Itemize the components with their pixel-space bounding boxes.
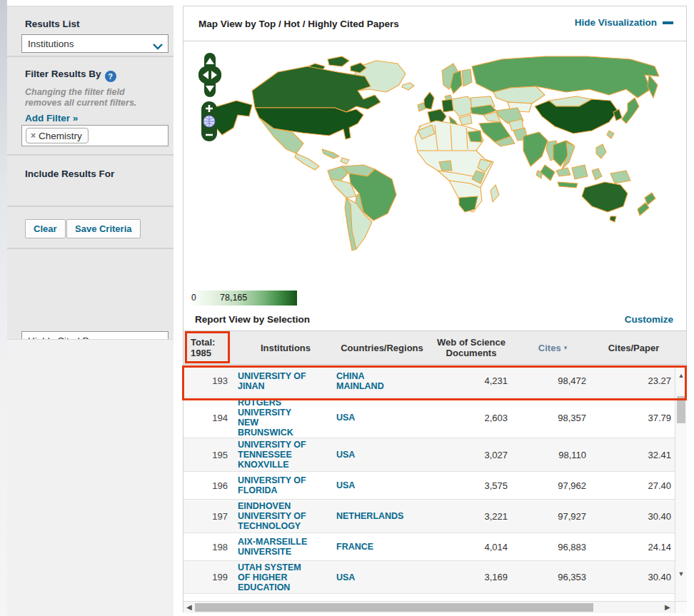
- cites-per-paper-cell: 23.27: [592, 365, 675, 397]
- scrollbar-corner: [675, 601, 687, 613]
- rank-cell: 197: [183, 500, 236, 532]
- country-link[interactable]: USA: [336, 450, 409, 460]
- country-link[interactable]: FRANCE: [336, 542, 409, 552]
- institution-link[interactable]: AIX-MARSEILLE UNIVERSITE: [238, 537, 313, 557]
- table-body: 193 UNIVERSITY OF JINAN CHINA MAINLAND 4…: [183, 365, 675, 601]
- scroll-left-icon[interactable]: ◀: [186, 603, 192, 611]
- cites-cell: 95,578: [513, 594, 592, 601]
- column-countries: Countries/Regions: [335, 331, 429, 364]
- filter-tag-chemistry[interactable]: × Chemistry: [26, 128, 89, 143]
- table-row[interactable]: 196 UNIVERSITY OF FLORIDA USA 3,575 97,9…: [183, 472, 675, 500]
- cites-cell: 97,962: [513, 472, 592, 499]
- table-row[interactable]: 199 UTAH SYSTEM OF HIGHER EDUCATION USA …: [183, 561, 675, 594]
- table-header: Total: 1985 Institutions Countries/Regio…: [183, 331, 686, 365]
- filter-section: Filter Results By? Changing the filter f…: [7, 59, 174, 156]
- rank-cell: 199: [183, 561, 236, 593]
- results-list-value: Institutions: [28, 39, 74, 49]
- rank-cell: 200: [183, 594, 236, 601]
- documents-cell: 4,014: [429, 533, 513, 560]
- cites-cell: 98,110: [513, 438, 592, 471]
- documents-cell: 2,960: [429, 594, 513, 601]
- scale-max-label: 78,165: [220, 293, 247, 303]
- filter-tags-box[interactable]: × Chemistry: [21, 125, 169, 146]
- table-row[interactable]: 194 RUTGERS UNIVERSITY NEW BRUNSWICK USA…: [183, 398, 675, 438]
- world-choropleth-map[interactable]: [188, 51, 682, 279]
- scale-min-label: 0: [191, 293, 196, 303]
- documents-cell: 3,027: [429, 438, 513, 471]
- country-link[interactable]: NETHERLANDS: [336, 511, 409, 521]
- cites-cell: 97,927: [513, 500, 592, 532]
- cites-cell: 96,353: [513, 561, 592, 593]
- column-institutions: Institutions: [236, 331, 335, 364]
- country-link[interactable]: CHINA MAINLAND: [336, 371, 409, 391]
- country-link[interactable]: USA: [336, 480, 409, 490]
- cites-per-paper-cell: 27.40: [592, 472, 675, 499]
- map-view-header: Map View by Top / Hot / Highly Cited Pap…: [183, 6, 686, 41]
- institution-link[interactable]: UNIVERSITY OF JINAN: [238, 371, 313, 391]
- save-criteria-button[interactable]: Save Criteria: [66, 219, 141, 238]
- rank-cell: 196: [183, 472, 236, 499]
- map-area: 0 78,165: [183, 42, 686, 308]
- cites-per-paper-cell: 24.14: [592, 533, 675, 560]
- vertical-scroll-thumb[interactable]: [677, 396, 685, 423]
- table-row[interactable]: 197 EINDHOVEN UNIVERSITY OF TECHNOLOGY N…: [183, 500, 675, 533]
- institution-link[interactable]: UTAH SYSTEM OF HIGHER EDUCATION: [238, 562, 313, 592]
- clear-button[interactable]: Clear: [25, 219, 66, 238]
- map-pan-control[interactable]: [198, 52, 222, 98]
- customize-link[interactable]: Customize: [625, 314, 673, 325]
- institution-link[interactable]: UNIVERSITY OF FLORIDA: [238, 475, 313, 495]
- documents-cell: 3,575: [429, 472, 513, 499]
- documents-cell: 2,603: [429, 398, 513, 438]
- report-view-header: Report View by Selection Customize: [183, 308, 686, 331]
- country-link[interactable]: USA: [336, 413, 409, 423]
- scroll-right-icon[interactable]: ▶: [665, 603, 670, 611]
- column-cites-sort[interactable]: Cites ▾: [513, 331, 592, 364]
- documents-cell: 4,231: [429, 365, 513, 397]
- scroll-up-icon[interactable]: ▲: [675, 372, 687, 379]
- scroll-down-icon[interactable]: ▼: [675, 570, 687, 577]
- table-horizontal-scrollbar[interactable]: ◀ ▶: [183, 601, 675, 613]
- include-heading: Include Results For: [7, 157, 174, 179]
- horizontal-scroll-thumb[interactable]: [195, 603, 593, 612]
- institution-link[interactable]: EINDHOVEN UNIVERSITY OF TECHNOLOGY: [238, 501, 313, 531]
- hide-visualization-link[interactable]: Hide Visualization: [575, 17, 673, 28]
- column-cites-per-paper: Cites/Paper: [592, 331, 675, 364]
- documents-cell: 3,169: [429, 561, 513, 593]
- table-row[interactable]: 198 AIX-MARSEILLE UNIVERSITE FRANCE 4,01…: [183, 533, 675, 561]
- main-panel: Map View by Top / Hot / Highly Cited Pap…: [183, 6, 687, 612]
- results-list-dropdown[interactable]: Institutions: [21, 34, 169, 53]
- map-zoom-control[interactable]: [201, 101, 218, 142]
- institution-link[interactable]: RUTGERS UNIVERSITY NEW BRUNSWICK: [238, 398, 313, 438]
- chevron-down-icon: [153, 41, 163, 52]
- table-row[interactable]: 200 UNIVERSITAT SPAIN 2,960 95,578 32.29: [183, 594, 675, 601]
- cites-per-paper-cell: 32.41: [592, 438, 675, 471]
- remove-tag-icon[interactable]: ×: [31, 131, 36, 141]
- rank-cell: 193: [183, 365, 236, 397]
- cites-cell: 98,472: [513, 365, 592, 397]
- documents-cell: 3,221: [429, 500, 513, 532]
- table-vertical-scrollbar[interactable]: ▲ ▼: [675, 365, 687, 601]
- report-view-title: Report View by Selection: [183, 314, 310, 325]
- left-edge-strip: [0, 0, 7, 616]
- sort-down-icon: ▾: [564, 343, 568, 353]
- minimize-icon: [663, 21, 673, 24]
- institution-link[interactable]: UNIVERSITY OF TENNESSEE KNOXVILLE: [238, 440, 313, 470]
- filter-note: Changing the filter field removes all cu…: [7, 87, 174, 108]
- results-list-heading: Results List: [7, 6, 174, 29]
- rank-cell: 194: [183, 398, 236, 438]
- cites-cell: 96,883: [513, 533, 592, 560]
- add-filter-link[interactable]: Add Filter »: [7, 113, 78, 123]
- filter-tag-label: Chemistry: [39, 131, 82, 141]
- map-color-scale: 0 78,165: [188, 291, 297, 306]
- actions-section: Clear Save Criteria: [7, 208, 174, 249]
- table-row[interactable]: 195 UNIVERSITY OF TENNESSEE KNOXVILLE US…: [183, 438, 675, 472]
- sidebar-lower-area: [7, 339, 174, 616]
- filter-heading: Filter Results By?: [7, 59, 174, 82]
- help-icon[interactable]: ?: [105, 71, 116, 82]
- cites-per-paper-cell: 32.29: [592, 594, 675, 601]
- table-row[interactable]: 193 UNIVERSITY OF JINAN CHINA MAINLAND 4…: [183, 365, 675, 398]
- map-view-title: Map View by Top / Hot / Highly Cited Pap…: [183, 19, 399, 29]
- esi-page: Results List Institutions Filter Results…: [0, 0, 694, 616]
- column-wos-documents: Web of Science Documents: [429, 331, 513, 364]
- country-link[interactable]: USA: [336, 572, 409, 582]
